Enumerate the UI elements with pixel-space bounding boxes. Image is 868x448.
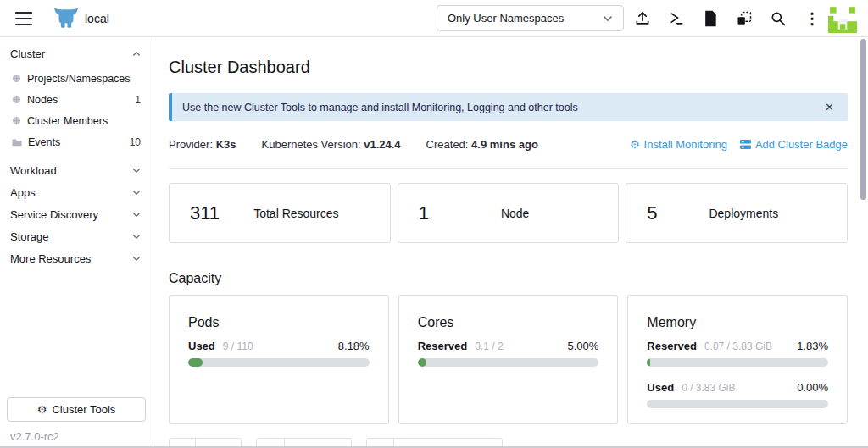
capacity-card-title: Cores [418,315,599,330]
metric-percent: 1.83% [797,340,828,352]
created-label: Created: [426,138,469,151]
metric-percent: 5.00% [567,340,598,352]
globe-icon [12,74,21,83]
metric-percent: 0.00% [797,381,828,394]
globe-icon [12,116,21,125]
stat-label: Deployments [658,207,847,220]
k8s-version-meta: Kubernetes Version: v1.24.4 [262,138,401,151]
copy-kubeconfig-icon[interactable] [734,8,754,29]
cluster-meta-row: Provider: K3s Kubernetes Version: v1.24.… [169,138,848,151]
metric-fraction: 0.1 / 2 [475,340,567,352]
chevron-down-icon [132,168,141,174]
download-kubeconfig-file-icon[interactable] [700,8,721,29]
capacity-metric-line: Reserved 0.07 / 3.83 GiB 1.83% [647,340,828,352]
add-cluster-badge-link[interactable]: Add Cluster Badge [740,138,848,151]
page-title: Cluster Dashboard [169,58,848,77]
metric-percent: 8.18% [338,340,370,352]
sidebar-group-cluster[interactable]: Cluster [0,37,153,68]
badge-icon [740,140,751,149]
sidebar-group-service-discovery[interactable]: Service Discovery [0,203,153,225]
capacity-card-cores: Cores Reserved 0.1 / 2 5.00% [398,295,619,424]
metric-label: Reserved [418,340,468,352]
kebab-glyph: ⋮ [804,9,820,28]
cluster-steer-logo-icon [53,7,80,30]
top-header: local Only User Namespaces [0,0,868,37]
metric-fraction: 0 / 3.83 GiB [682,382,797,394]
chevron-down-icon [132,256,141,262]
capacity-metric-line: Used 9 / 110 8.18% [188,340,370,352]
capacity-metric-line: Reserved 0.1 / 2 5.00% [418,340,599,352]
section-divider [169,168,848,169]
k8s-version-value: v1.24.4 [364,138,400,151]
progress-bar-fill [188,358,203,367]
cluster-name: local [85,12,109,25]
progress-bar-fill [647,358,650,367]
chevron-up-icon [132,51,141,57]
main-content: Cluster Dashboard Use the new Cluster To… [154,38,868,448]
chevron-down-icon [132,212,141,218]
user-avatar[interactable] [828,4,857,33]
sidebar-item-nodes[interactable]: Nodes 1 [0,89,153,110]
progress-bar [647,358,828,367]
search-icon[interactable] [768,8,788,29]
sidebar-group-label: Storage [10,230,49,243]
sidebar-group-label: Apps [10,186,36,199]
kubectl-shell-icon[interactable] [666,8,687,29]
provider-label: Provider: [169,138,213,151]
cluster-tools-button[interactable]: ⚙ Cluster Tools [7,397,146,422]
stat-value: 311 [190,202,220,224]
install-monitoring-link[interactable]: ⚙ Install Monitoring [630,138,727,151]
capacity-card-title: Pods [188,315,370,330]
metric-fraction: 9 / 110 [223,340,338,352]
stats-row: 311 Total Resources 1 Node 5 Deployments [169,183,848,243]
kebab-menu-icon[interactable]: ⋮ [802,8,822,29]
stat-label: Node [429,207,618,220]
progress-bar [418,358,599,367]
metric-label: Reserved [647,340,697,352]
vertical-scrollbar[interactable] [860,39,866,200]
hamburger-menu-icon[interactable] [15,12,32,25]
capacity-cards-row: Pods Used 9 / 110 8.18% Cores Reserved 0… [169,295,848,424]
cluster-tools-label: Cluster Tools [52,403,115,416]
metric-label: Used [188,340,215,352]
stat-card-deployments[interactable]: 5 Deployments [626,183,848,243]
stat-value: 5 [647,202,657,224]
install-monitoring-label: Install Monitoring [644,138,727,151]
metric-label: Used [647,381,674,394]
sidebar-group-apps[interactable]: Apps [0,181,153,203]
namespace-filter-value: Only User Namespaces [448,12,564,25]
add-cluster-badge-label: Add Cluster Badge [755,138,848,151]
globe-icon [12,95,21,104]
folder-icon [12,138,22,147]
header-action-icons: ⋮ [632,8,822,29]
sidebar-item-cluster-members[interactable]: Cluster Members [0,110,153,131]
provider-value: K3s [216,138,236,151]
stat-card-total-resources[interactable]: 311 Total Resources [169,183,391,243]
import-yaml-upload-icon[interactable] [632,8,653,29]
progress-bar [188,358,370,367]
sidebar-group-more-resources[interactable]: More Resources [0,247,153,269]
capacity-metric-line: Used 0 / 3.83 GiB 0.00% [647,381,828,394]
sidebar-item-events[interactable]: Events 10 [0,131,153,152]
version-label: v2.7.0-rc2 [10,430,59,443]
sidebar-item-label: Events [28,136,130,148]
stat-card-node[interactable]: 1 Node [398,183,620,243]
sidebar-item-projects-namespaces[interactable]: Projects/Namespaces [0,68,153,89]
stat-value: 1 [419,202,429,224]
sidebar-group-storage[interactable]: Storage [0,225,153,247]
sidebar-item-label: Projects/Namespaces [27,73,141,85]
sidebar-group-label: More Resources [10,252,91,265]
sidebar-item-label: Cluster Members [27,115,141,127]
banner-close-icon[interactable]: ✕ [823,101,836,113]
namespace-filter-dropdown[interactable]: Only User Namespaces [437,5,624,31]
chevron-down-icon [132,190,141,196]
capacity-card-pods: Pods Used 9 / 110 8.18% [169,295,389,424]
gear-icon: ⚙ [630,138,640,151]
capacity-section-title: Capacity [169,271,848,286]
provider-meta: Provider: K3s [169,138,236,151]
gear-icon: ⚙ [37,403,47,416]
chevron-down-icon [132,234,141,240]
sidebar-item-count: 10 [130,136,141,148]
sidebar-group-workload[interactable]: Workload [0,159,153,181]
created-value: 4.9 mins ago [471,138,538,151]
